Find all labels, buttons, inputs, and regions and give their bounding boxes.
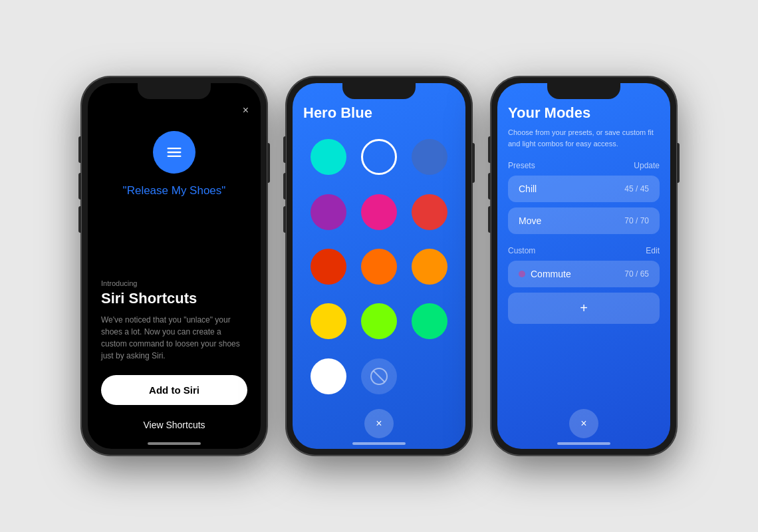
color-dot-yellow[interactable] <box>311 303 346 339</box>
custom-label: Custom <box>508 246 535 255</box>
color-dot-amber[interactable] <box>412 249 447 285</box>
notch-3 <box>547 83 620 99</box>
presets-header: Presets Update <box>508 161 660 170</box>
phone-3: Your Modes Choose from your presets, or … <box>491 76 677 456</box>
color-dot-purple[interactable] <box>311 194 346 230</box>
home-indicator-1 <box>148 442 201 445</box>
phone-1-screen: × "Release My Shoes" Introducing Siri Sh… <box>88 83 261 449</box>
svg-rect-1 <box>168 152 182 153</box>
notch-1 <box>138 83 211 99</box>
shortcuts-title: Siri Shortcuts <box>101 290 247 307</box>
color-dot-orange[interactable] <box>361 249 397 285</box>
color-dot-cyan[interactable] <box>311 139 346 175</box>
color-dot-green[interactable] <box>412 303 447 339</box>
commute-dot <box>519 271 525 277</box>
phone-3-inner: Your Modes Choose from your presets, or … <box>497 83 670 449</box>
mode-item-commute[interactable]: Commute 70 / 65 <box>508 261 660 287</box>
color-grid <box>303 135 455 398</box>
view-shortcuts-button[interactable]: View Shortcuts <box>101 414 247 436</box>
phone-1: × "Release My Shoes" Introducing Siri Sh… <box>81 76 267 456</box>
color-dot-red[interactable] <box>412 194 447 230</box>
update-button[interactable]: Update <box>634 161 660 170</box>
phones-container: × "Release My Shoes" Introducing Siri Sh… <box>61 57 697 475</box>
svg-rect-2 <box>168 156 182 157</box>
siri-icon-circle <box>153 131 195 174</box>
shortcuts-description: We've noticed that you "unlace" your sho… <box>101 314 247 362</box>
mode-name-chill: Chill <box>519 184 537 194</box>
color-dot-none[interactable] <box>361 358 397 394</box>
mode-value-commute: 70 / 65 <box>624 269 649 279</box>
home-indicator-2 <box>352 442 406 445</box>
svg-line-4 <box>374 371 384 382</box>
home-indicator-3 <box>557 442 610 445</box>
phone-2: Hero Blue <box>286 76 472 456</box>
mode-name-commute: Commute <box>519 269 571 279</box>
color-empty <box>412 358 447 394</box>
add-mode-button[interactable]: + <box>508 293 660 324</box>
close-button-3[interactable]: × <box>569 409 598 438</box>
custom-header: Custom Edit <box>508 246 660 255</box>
introducing-label: Introducing <box>101 279 247 287</box>
close-button-1[interactable]: × <box>243 104 249 116</box>
phone-1-inner: × "Release My Shoes" Introducing Siri Sh… <box>88 83 261 449</box>
modes-description: Choose from your presets, or save custom… <box>508 127 660 149</box>
close-button-2[interactable]: × <box>364 409 394 438</box>
color-dot-lime[interactable] <box>361 303 397 339</box>
svg-rect-0 <box>168 148 182 149</box>
phone-1-content: Introducing Siri Shortcuts We've noticed… <box>88 279 261 449</box>
phone-2-inner: Hero Blue <box>293 83 465 449</box>
color-dot-pink[interactable] <box>361 194 397 230</box>
modes-title: Your Modes <box>508 104 660 122</box>
edit-button[interactable]: Edit <box>646 246 660 255</box>
add-to-siri-button[interactable]: Add to Siri <box>101 375 247 405</box>
hero-blue-title: Hero Blue <box>303 104 455 122</box>
notch-2 <box>342 83 416 99</box>
mode-item-move[interactable]: Move 70 / 70 <box>508 207 660 234</box>
presets-label: Presets <box>508 161 535 170</box>
mode-value-chill: 45 / 45 <box>624 184 649 194</box>
color-dot-white[interactable] <box>311 358 346 394</box>
siri-command-text: "Release My Shoes" <box>123 184 226 198</box>
mode-name-move: Move <box>519 215 541 226</box>
no-color-icon <box>370 367 388 386</box>
color-dot-selected[interactable] <box>361 139 397 175</box>
mode-value-move: 70 / 70 <box>624 216 649 225</box>
phone-3-screen: Your Modes Choose from your presets, or … <box>497 83 670 449</box>
color-dot-blue[interactable] <box>412 139 447 175</box>
color-dot-orange-red[interactable] <box>311 249 346 285</box>
menu-icon <box>165 143 184 162</box>
phone-2-screen: Hero Blue <box>293 83 465 449</box>
mode-item-chill[interactable]: Chill 45 / 45 <box>508 176 660 202</box>
